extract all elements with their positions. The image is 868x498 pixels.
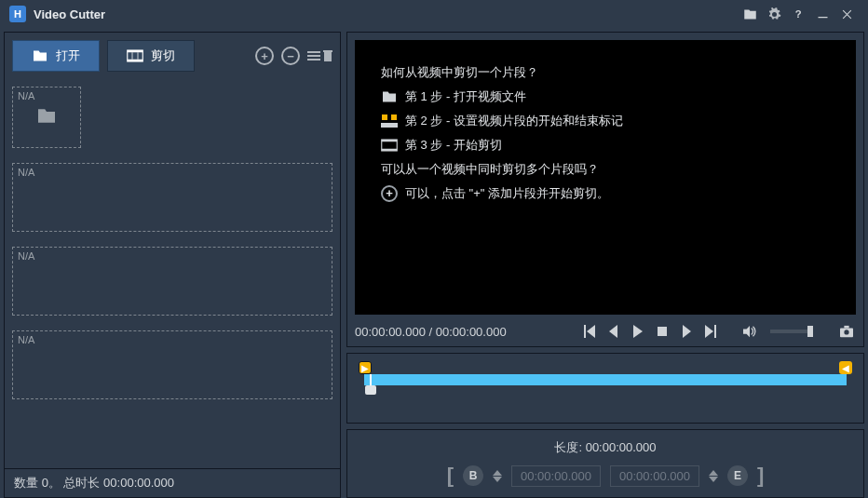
svg-rect-16 bbox=[382, 140, 398, 141]
clip-slot-0[interactable]: N/A bbox=[12, 79, 332, 155]
instruction-question-2: 可以从一个视频中同时剪切多个片段吗？ bbox=[381, 157, 830, 182]
slot-na-label: N/A bbox=[18, 334, 34, 345]
filmstrip-icon bbox=[381, 139, 398, 152]
svg-rect-22 bbox=[658, 327, 667, 336]
play-button[interactable] bbox=[629, 322, 647, 341]
svg-rect-18 bbox=[584, 325, 586, 338]
svg-marker-24 bbox=[705, 325, 713, 338]
step-2: 第 2 步 - 设置视频片段的开始和结束标记 bbox=[381, 109, 830, 133]
svg-marker-19 bbox=[587, 325, 595, 338]
folder-icon bbox=[36, 108, 57, 128]
right-panel: 如何从视频中剪切一个片段？ 第 1 步 - 打开视频文件 第 2 步 - 设置视… bbox=[346, 32, 864, 498]
svg-rect-14 bbox=[381, 123, 398, 128]
snapshot-button[interactable] bbox=[837, 322, 856, 341]
length-title: 长度: 00:00:00.000 bbox=[357, 439, 854, 456]
minimize-icon[interactable] bbox=[810, 2, 834, 26]
left-footer: 数量 0。 总时长 00:00:00.000 bbox=[5, 468, 340, 497]
volume-slider[interactable] bbox=[770, 330, 813, 333]
timeline-panel: ▶ ◀ bbox=[346, 353, 864, 424]
playhead[interactable] bbox=[370, 374, 372, 385]
player-panel: 如何从视频中剪切一个片段？ 第 1 步 - 打开视频文件 第 2 步 - 设置视… bbox=[346, 32, 864, 347]
svg-rect-3 bbox=[128, 50, 143, 52]
svg-rect-10 bbox=[324, 52, 332, 61]
svg-marker-21 bbox=[633, 325, 643, 338]
stop-button[interactable] bbox=[653, 322, 671, 341]
add-clip-button[interactable]: + bbox=[255, 47, 274, 65]
close-icon[interactable] bbox=[834, 2, 859, 26]
svg-rect-9 bbox=[307, 59, 320, 61]
filmstrip-icon bbox=[127, 49, 143, 62]
clip-slot-1[interactable]: N/A bbox=[12, 155, 332, 239]
begin-label-icon: B bbox=[463, 465, 483, 486]
help-icon[interactable]: ? bbox=[786, 2, 810, 26]
instruction-answer: + 可以，点击 "+" 添加片段并开始剪切。 bbox=[381, 182, 830, 206]
list-menu-button[interactable] bbox=[307, 49, 332, 62]
prev-marker-button[interactable] bbox=[580, 322, 599, 341]
start-spinner[interactable] bbox=[493, 470, 502, 482]
svg-rect-1 bbox=[818, 17, 827, 18]
end-time-input[interactable]: 00:00:00.000 bbox=[610, 465, 699, 487]
svg-rect-11 bbox=[323, 50, 332, 52]
app-title: Video Cutter bbox=[34, 7, 105, 21]
titlebar: H Video Cutter ? bbox=[0, 0, 868, 28]
svg-text:?: ? bbox=[794, 8, 801, 20]
trash-icon bbox=[323, 49, 332, 62]
step-1: 第 1 步 - 打开视频文件 bbox=[381, 85, 830, 109]
cut-button-label: 剪切 bbox=[151, 47, 175, 64]
step-forward-button[interactable] bbox=[677, 322, 696, 341]
svg-point-29 bbox=[844, 330, 848, 334]
cut-button[interactable]: 剪切 bbox=[107, 40, 195, 72]
end-label-icon: E bbox=[727, 465, 748, 486]
svg-rect-28 bbox=[844, 326, 848, 329]
svg-rect-25 bbox=[714, 325, 716, 338]
end-spinner[interactable] bbox=[709, 470, 718, 482]
svg-marker-26 bbox=[743, 326, 750, 337]
clips-list: N/A N/A N/A N/A bbox=[5, 79, 340, 468]
svg-marker-23 bbox=[683, 325, 691, 338]
time-display: 00:00:00.000 / 00:00:00.000 bbox=[355, 325, 575, 339]
remove-clip-button[interactable]: − bbox=[281, 47, 300, 65]
start-time-input[interactable]: 00:00:00.000 bbox=[511, 465, 601, 487]
plus-icon: + bbox=[381, 185, 398, 202]
slot-na-label: N/A bbox=[18, 90, 34, 101]
start-marker[interactable]: ▶ bbox=[359, 361, 372, 374]
next-marker-button[interactable] bbox=[701, 322, 720, 341]
left-panel: 打开 剪切 + − N/A N/A bbox=[4, 32, 341, 498]
folder-icon bbox=[32, 49, 48, 62]
step-3: 第 3 步 - 开始剪切 bbox=[381, 133, 830, 157]
settings-icon[interactable] bbox=[762, 2, 786, 26]
volume-icon[interactable] bbox=[740, 322, 759, 341]
player-controls: 00:00:00.000 / 00:00:00.000 bbox=[355, 322, 856, 341]
instruction-question-1: 如何从视频中剪切一个片段？ bbox=[381, 61, 830, 85]
clip-slot-3[interactable]: N/A bbox=[12, 323, 332, 407]
video-area: 如何从视频中剪切一个片段？ 第 1 步 - 打开视频文件 第 2 步 - 设置视… bbox=[355, 40, 856, 315]
svg-rect-8 bbox=[307, 55, 320, 57]
step-back-button[interactable] bbox=[604, 322, 623, 341]
open-button[interactable]: 打开 bbox=[12, 40, 100, 72]
bracket-open-icon[interactable]: [ bbox=[447, 464, 454, 488]
folder-icon bbox=[381, 90, 398, 103]
markers-icon bbox=[381, 114, 398, 128]
open-folder-icon[interactable] bbox=[738, 2, 762, 26]
svg-rect-4 bbox=[128, 60, 143, 61]
bracket-close-icon[interactable]: ] bbox=[757, 464, 764, 488]
length-panel: 长度: 00:00:00.000 [ B 00:00:00.000 00:00:… bbox=[346, 429, 864, 498]
svg-rect-7 bbox=[307, 51, 320, 53]
clip-slot-2[interactable]: N/A bbox=[12, 239, 332, 323]
app-icon: H bbox=[9, 6, 26, 22]
left-toolbar: 打开 剪切 + − bbox=[5, 33, 340, 79]
slot-na-label: N/A bbox=[18, 250, 34, 262]
end-marker[interactable]: ◀ bbox=[839, 361, 852, 374]
open-button-label: 打开 bbox=[56, 47, 80, 64]
svg-rect-17 bbox=[382, 149, 398, 151]
timeline[interactable]: ▶ ◀ bbox=[357, 361, 854, 402]
svg-rect-12 bbox=[382, 114, 387, 120]
slot-na-label: N/A bbox=[18, 167, 34, 178]
svg-marker-20 bbox=[609, 325, 617, 338]
svg-rect-13 bbox=[391, 114, 397, 120]
